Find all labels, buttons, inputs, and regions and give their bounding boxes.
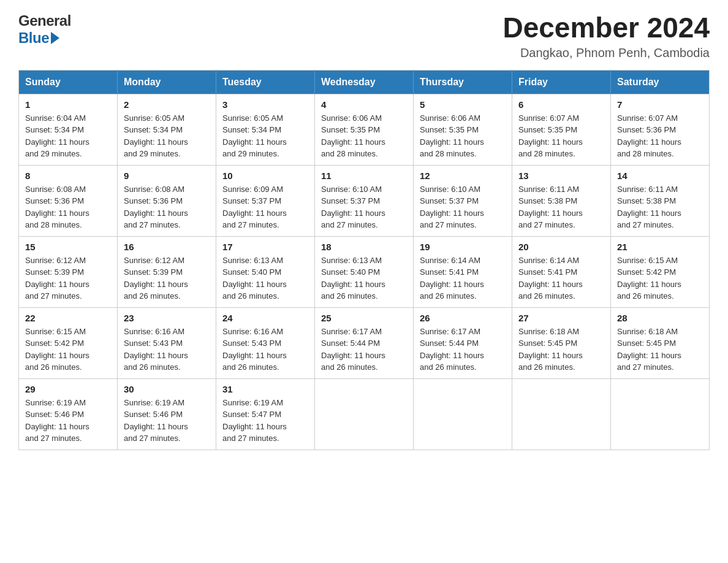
- table-row: 26Sunrise: 6:17 AMSunset: 5:44 PMDayligh…: [414, 307, 512, 378]
- calendar-week-row: 22Sunrise: 6:15 AMSunset: 5:42 PMDayligh…: [19, 307, 710, 378]
- calendar-table: Sunday Monday Tuesday Wednesday Thursday…: [18, 70, 710, 450]
- day-info: Sunrise: 6:17 AMSunset: 5:44 PMDaylight:…: [420, 326, 506, 373]
- day-number: 27: [518, 313, 604, 323]
- day-info: Sunrise: 6:16 AMSunset: 5:43 PMDaylight:…: [222, 326, 308, 373]
- table-row: 6Sunrise: 6:07 AMSunset: 5:35 PMDaylight…: [512, 94, 611, 165]
- table-row: 27Sunrise: 6:18 AMSunset: 5:45 PMDayligh…: [512, 307, 611, 378]
- table-row: 13Sunrise: 6:11 AMSunset: 5:38 PMDayligh…: [512, 165, 611, 236]
- day-info: Sunrise: 6:14 AMSunset: 5:41 PMDaylight:…: [518, 255, 604, 302]
- day-number: 28: [617, 313, 703, 323]
- table-row: [611, 378, 710, 450]
- logo-general: General: [18, 12, 71, 29]
- day-number: 6: [518, 99, 604, 110]
- table-row: 16Sunrise: 6:12 AMSunset: 5:39 PMDayligh…: [118, 236, 216, 307]
- day-number: 8: [25, 170, 111, 181]
- day-info: Sunrise: 6:06 AMSunset: 5:35 PMDaylight:…: [321, 112, 407, 160]
- calendar-header-row: Sunday Monday Tuesday Wednesday Thursday…: [19, 70, 710, 94]
- table-row: 14Sunrise: 6:11 AMSunset: 5:38 PMDayligh…: [611, 165, 710, 236]
- day-info: Sunrise: 6:10 AMSunset: 5:37 PMDaylight:…: [420, 183, 506, 231]
- day-info: Sunrise: 6:16 AMSunset: 5:43 PMDaylight:…: [124, 326, 210, 373]
- col-friday: Friday: [512, 70, 611, 94]
- table-row: [315, 378, 414, 450]
- table-row: 18Sunrise: 6:13 AMSunset: 5:40 PMDayligh…: [315, 236, 414, 307]
- table-row: 8Sunrise: 6:08 AMSunset: 5:36 PMDaylight…: [19, 165, 118, 236]
- day-number: 5: [420, 99, 506, 110]
- table-row: 9Sunrise: 6:08 AMSunset: 5:36 PMDaylight…: [118, 165, 216, 236]
- table-row: 10Sunrise: 6:09 AMSunset: 5:37 PMDayligh…: [216, 165, 315, 236]
- day-info: Sunrise: 6:12 AMSunset: 5:39 PMDaylight:…: [25, 255, 111, 302]
- day-info: Sunrise: 6:17 AMSunset: 5:44 PMDaylight:…: [321, 326, 407, 373]
- table-row: 12Sunrise: 6:10 AMSunset: 5:37 PMDayligh…: [414, 165, 512, 236]
- logo-arrow-icon: [51, 32, 59, 44]
- day-number: 15: [25, 242, 111, 252]
- page-header: General Blue December 2024 Dangkao, Phno…: [18, 12, 710, 60]
- table-row: 25Sunrise: 6:17 AMSunset: 5:44 PMDayligh…: [315, 307, 414, 378]
- day-info: Sunrise: 6:14 AMSunset: 5:41 PMDaylight:…: [420, 255, 506, 302]
- table-row: 17Sunrise: 6:13 AMSunset: 5:40 PMDayligh…: [216, 236, 315, 307]
- table-row: 21Sunrise: 6:15 AMSunset: 5:42 PMDayligh…: [611, 236, 710, 307]
- title-section: December 2024 Dangkao, Phnom Penh, Cambo…: [502, 12, 710, 60]
- table-row: 5Sunrise: 6:06 AMSunset: 5:35 PMDaylight…: [414, 94, 512, 165]
- day-info: Sunrise: 6:11 AMSunset: 5:38 PMDaylight:…: [617, 183, 703, 231]
- calendar-week-row: 1Sunrise: 6:04 AMSunset: 5:34 PMDaylight…: [19, 94, 710, 165]
- day-number: 12: [420, 170, 506, 181]
- col-sunday: Sunday: [19, 70, 118, 94]
- col-tuesday: Tuesday: [216, 70, 315, 94]
- table-row: 7Sunrise: 6:07 AMSunset: 5:36 PMDaylight…: [611, 94, 710, 165]
- calendar-week-row: 8Sunrise: 6:08 AMSunset: 5:36 PMDaylight…: [19, 165, 710, 236]
- day-number: 3: [222, 99, 308, 110]
- day-number: 1: [25, 99, 111, 110]
- table-row: 1Sunrise: 6:04 AMSunset: 5:34 PMDaylight…: [19, 94, 118, 165]
- table-row: 15Sunrise: 6:12 AMSunset: 5:39 PMDayligh…: [19, 236, 118, 307]
- day-info: Sunrise: 6:12 AMSunset: 5:39 PMDaylight:…: [124, 255, 210, 302]
- table-row: 29Sunrise: 6:19 AMSunset: 5:46 PMDayligh…: [19, 378, 118, 450]
- table-row: 23Sunrise: 6:16 AMSunset: 5:43 PMDayligh…: [118, 307, 216, 378]
- day-info: Sunrise: 6:19 AMSunset: 5:47 PMDaylight:…: [222, 397, 308, 445]
- table-row: [512, 378, 611, 450]
- day-info: Sunrise: 6:07 AMSunset: 5:36 PMDaylight:…: [617, 112, 703, 160]
- day-number: 2: [124, 99, 210, 110]
- col-thursday: Thursday: [414, 70, 512, 94]
- table-row: 24Sunrise: 6:16 AMSunset: 5:43 PMDayligh…: [216, 307, 315, 378]
- calendar-week-row: 15Sunrise: 6:12 AMSunset: 5:39 PMDayligh…: [19, 236, 710, 307]
- day-info: Sunrise: 6:09 AMSunset: 5:37 PMDaylight:…: [222, 183, 308, 231]
- day-number: 4: [321, 99, 407, 110]
- day-info: Sunrise: 6:11 AMSunset: 5:38 PMDaylight:…: [518, 183, 604, 231]
- day-info: Sunrise: 6:08 AMSunset: 5:36 PMDaylight:…: [25, 183, 111, 231]
- day-number: 25: [321, 313, 407, 323]
- day-info: Sunrise: 6:13 AMSunset: 5:40 PMDaylight:…: [222, 255, 308, 302]
- col-wednesday: Wednesday: [315, 70, 414, 94]
- day-number: 26: [420, 313, 506, 323]
- logo-blue: Blue: [18, 29, 71, 47]
- day-number: 7: [617, 99, 703, 110]
- day-number: 23: [124, 313, 210, 323]
- table-row: 3Sunrise: 6:05 AMSunset: 5:34 PMDaylight…: [216, 94, 315, 165]
- day-number: 9: [124, 170, 210, 181]
- day-info: Sunrise: 6:15 AMSunset: 5:42 PMDaylight:…: [25, 326, 111, 373]
- day-info: Sunrise: 6:19 AMSunset: 5:46 PMDaylight:…: [25, 397, 111, 445]
- day-info: Sunrise: 6:08 AMSunset: 5:36 PMDaylight:…: [124, 183, 210, 231]
- location-subtitle: Dangkao, Phnom Penh, Cambodia: [502, 46, 710, 60]
- logo: General Blue: [18, 12, 71, 47]
- day-number: 21: [617, 242, 703, 252]
- table-row: 22Sunrise: 6:15 AMSunset: 5:42 PMDayligh…: [19, 307, 118, 378]
- table-row: 19Sunrise: 6:14 AMSunset: 5:41 PMDayligh…: [414, 236, 512, 307]
- day-info: Sunrise: 6:13 AMSunset: 5:40 PMDaylight:…: [321, 255, 407, 302]
- day-number: 18: [321, 242, 407, 252]
- day-number: 10: [222, 170, 308, 181]
- day-number: 17: [222, 242, 308, 252]
- day-info: Sunrise: 6:05 AMSunset: 5:34 PMDaylight:…: [222, 112, 308, 160]
- day-info: Sunrise: 6:18 AMSunset: 5:45 PMDaylight:…: [617, 326, 703, 373]
- day-info: Sunrise: 6:05 AMSunset: 5:34 PMDaylight:…: [124, 112, 210, 160]
- day-info: Sunrise: 6:18 AMSunset: 5:45 PMDaylight:…: [518, 326, 604, 373]
- col-monday: Monday: [118, 70, 216, 94]
- table-row: 28Sunrise: 6:18 AMSunset: 5:45 PMDayligh…: [611, 307, 710, 378]
- day-info: Sunrise: 6:04 AMSunset: 5:34 PMDaylight:…: [25, 112, 111, 160]
- table-row: 20Sunrise: 6:14 AMSunset: 5:41 PMDayligh…: [512, 236, 611, 307]
- day-number: 19: [420, 242, 506, 252]
- table-row: 2Sunrise: 6:05 AMSunset: 5:34 PMDaylight…: [118, 94, 216, 165]
- day-number: 31: [222, 384, 308, 394]
- calendar-week-row: 29Sunrise: 6:19 AMSunset: 5:46 PMDayligh…: [19, 378, 710, 450]
- day-info: Sunrise: 6:15 AMSunset: 5:42 PMDaylight:…: [617, 255, 703, 302]
- day-number: 11: [321, 170, 407, 181]
